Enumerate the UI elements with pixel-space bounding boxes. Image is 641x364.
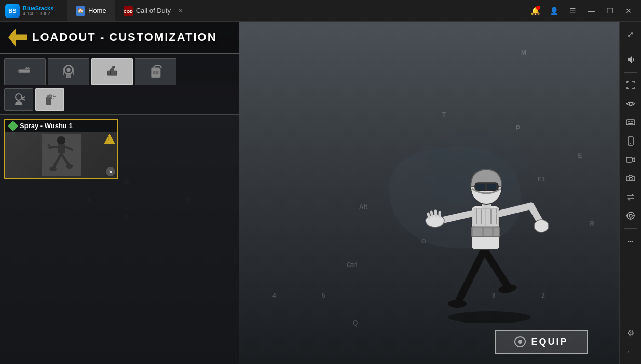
titlebar-controls: 🔔 👤 ☰ — ❐ ✕ [527, 3, 641, 19]
tab-home[interactable]: 🏠 Home [67, 0, 115, 21]
item-card-spray-wushu1[interactable]: Spray - Wushu 1 [4, 119, 118, 179]
svg-rect-49 [46, 97, 51, 105]
bluestacks-name: BlueStacks [23, 6, 53, 11]
svg-line-47 [22, 97, 25, 98]
mobile-sidebar-icon[interactable] [622, 133, 639, 149]
svg-rect-75 [626, 157, 632, 162]
sidebar-divider-2 [624, 72, 637, 73]
tab-gear[interactable] [48, 58, 89, 85]
screenshot-sidebar-icon[interactable] [622, 207, 639, 224]
record-sidebar-icon[interactable] [622, 151, 639, 168]
tab-cod[interactable]: COD Call of Duty ✕ [115, 0, 192, 21]
svg-point-56 [57, 136, 65, 145]
svg-rect-67 [626, 120, 635, 125]
svg-rect-11 [494, 228, 499, 236]
svg-line-22 [435, 211, 436, 216]
svg-text:COD: COD [124, 9, 133, 14]
svg-rect-10 [484, 228, 492, 236]
svg-point-2 [448, 311, 531, 323]
svg-point-38 [66, 68, 70, 72]
notification-btn[interactable]: 🔔 [527, 3, 543, 19]
back-button[interactable] [8, 28, 27, 47]
account-btn[interactable]: 👤 [545, 3, 562, 19]
bluestacks-logo-icon: BS [5, 4, 20, 18]
equip-button[interactable]: EQUIP [495, 330, 588, 354]
more-sidebar-icon[interactable]: ••• [622, 233, 639, 249]
home-tab-icon: 🏠 [76, 6, 85, 16]
svg-point-78 [629, 214, 632, 217]
item-card-header: Spray - Wushu 1 [5, 120, 117, 132]
eye-sidebar-icon[interactable] [622, 95, 639, 112]
expand-sidebar-icon[interactable]: ⤢ [622, 26, 639, 43]
svg-point-46 [16, 94, 22, 100]
svg-rect-39 [66, 74, 71, 78]
tab-backpack[interactable] [135, 58, 176, 85]
equip-dot [518, 340, 522, 344]
item-preview-area: ! ✕ [5, 132, 117, 178]
equip-button-label: EQUIP [531, 337, 568, 347]
svg-line-4 [484, 250, 508, 286]
tab-weapon[interactable] [4, 58, 46, 85]
volume-sidebar-icon[interactable] [622, 51, 639, 68]
svg-point-6 [448, 300, 467, 308]
svg-point-64 [66, 164, 73, 169]
svg-point-66 [629, 102, 632, 105]
svg-point-26 [534, 220, 549, 232]
ui-panel: LOADOUT - CUSTOMIZATION [0, 22, 239, 364]
cod-tab-label: Call of Duty [136, 7, 171, 15]
items-grid: Spray - Wushu 1 [0, 115, 239, 184]
svg-point-77 [627, 212, 634, 219]
item-rarity-diamond [8, 121, 18, 131]
minimize-btn[interactable]: — [583, 3, 599, 19]
loadout-header: LOADOUT - CUSTOMIZATION [0, 22, 239, 54]
cod-tab-close[interactable]: ✕ [178, 7, 183, 15]
svg-line-24 [500, 206, 531, 214]
key-hint-alt: Alt [359, 203, 367, 211]
svg-line-48 [22, 99, 25, 100]
swap-sidebar-icon[interactable] [622, 189, 639, 205]
key-hint-5: 5 [322, 292, 325, 299]
svg-rect-9 [473, 228, 482, 236]
key-hint-ctrl: Ctrl [347, 261, 358, 269]
home-tab-label: Home [88, 7, 106, 15]
key-hint-m: M [521, 49, 526, 57]
cod-tab-icon: COD [124, 6, 133, 16]
svg-rect-42 [107, 71, 110, 75]
tab-emote[interactable] [91, 58, 133, 85]
keyboard-sidebar-icon[interactable] [622, 114, 639, 131]
equip-button-icon [514, 336, 526, 347]
svg-line-3 [458, 250, 484, 302]
svg-point-5 [498, 283, 517, 295]
item-name-label: Spray - Wushu 1 [20, 122, 73, 130]
loadout-title: LOADOUT - CUSTOMIZATION [32, 31, 217, 44]
tab-group: 🏠 Home COD Call of Duty ✕ [67, 0, 192, 21]
item-warning-icon: ! [104, 134, 115, 144]
bluestacks-logo: BS BlueStacks 4.140.1.1002 [0, 4, 67, 18]
menu-btn[interactable]: ☰ [564, 3, 581, 19]
key-hint-e: E [578, 152, 582, 159]
sidebar-divider-3 [624, 228, 637, 229]
camera-sidebar-icon[interactable] [622, 170, 639, 187]
settings-sidebar-icon[interactable]: ⚙ [622, 325, 639, 341]
fullscreen-sidebar-icon[interactable] [622, 77, 639, 93]
svg-point-76 [629, 177, 632, 180]
back-sidebar-icon[interactable]: ← [622, 343, 639, 360]
key-hint-q: Q [353, 319, 358, 327]
svg-rect-57 [58, 144, 65, 153]
restore-btn[interactable]: ❐ [602, 3, 618, 19]
notification-dot [536, 6, 540, 10]
item-preview-sprite [42, 134, 81, 176]
svg-rect-30 [476, 184, 485, 190]
close-btn[interactable]: ✕ [620, 3, 637, 19]
item-remove-btn[interactable]: ✕ [106, 167, 115, 176]
key-hint-r: R [590, 220, 595, 228]
subtab-emote[interactable] [4, 88, 33, 111]
game-area: W A D S M T P E F1 V R Alt Ctrl 4 5 3 2 … [0, 22, 619, 364]
main-tabs [0, 54, 239, 85]
svg-line-52 [51, 95, 54, 96]
character-display [401, 105, 578, 323]
svg-rect-31 [487, 184, 496, 190]
svg-line-20 [428, 214, 429, 218]
svg-rect-51 [49, 94, 51, 97]
subtab-spray[interactable] [35, 88, 64, 111]
